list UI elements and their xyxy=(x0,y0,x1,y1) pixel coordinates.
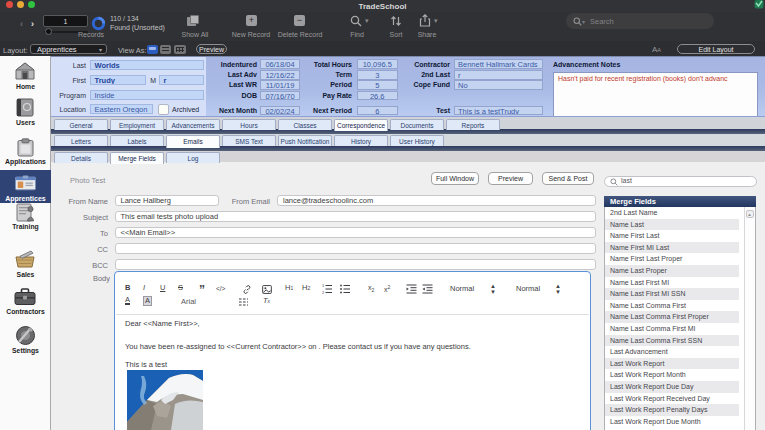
svg-text:1: 1 xyxy=(322,284,325,288)
svg-text:2: 2 xyxy=(322,290,325,294)
